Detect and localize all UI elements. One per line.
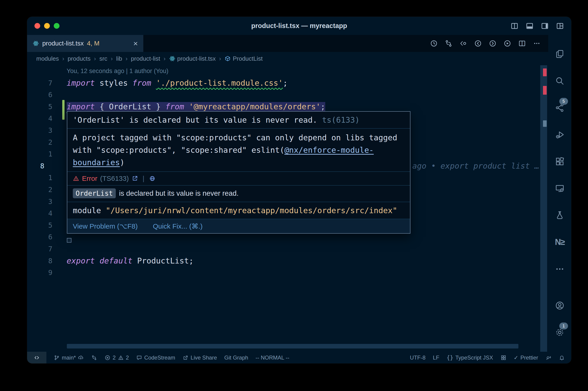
token-string: './product-list.module.css' xyxy=(156,78,283,88)
token-punctuation: ; xyxy=(283,78,288,88)
git-graph-item[interactable]: Git Graph xyxy=(224,355,248,361)
prettier-label: Prettier xyxy=(520,355,538,361)
external-link-icon[interactable] xyxy=(132,175,138,182)
breadcrumb-item-file[interactable]: product-list.tsx xyxy=(169,55,216,62)
sidebar-item-testing[interactable] xyxy=(548,202,571,229)
minimize-window-button[interactable] xyxy=(44,23,50,29)
run-file-icon[interactable] xyxy=(503,39,511,48)
gutter-line-number: 3 xyxy=(27,124,64,136)
live-share-item[interactable]: Live Share xyxy=(183,355,217,361)
hover-error-row: Error (TS6133) | xyxy=(67,171,410,185)
breadcrumb-item[interactable]: modules xyxy=(36,55,59,62)
tab-close-icon[interactable]: × xyxy=(133,39,138,47)
zoom-window-button[interactable] xyxy=(54,23,60,29)
git-compare-icon[interactable] xyxy=(444,39,453,48)
sidebar-item-settings[interactable]: 1 xyxy=(548,319,571,346)
layout-grid-icon[interactable] xyxy=(556,22,564,30)
notifications-item[interactable] xyxy=(559,355,565,361)
gutter-line-number: 6 xyxy=(27,231,64,243)
code-line[interactable] xyxy=(67,89,548,101)
layout-split-icon[interactable] xyxy=(510,22,519,30)
git-branch-icon xyxy=(54,355,60,361)
sidebar-item-extensions[interactable] xyxy=(548,148,571,175)
gutter-line-number: 4 xyxy=(27,207,64,219)
comment-bubble-icon xyxy=(136,355,142,361)
error-marker xyxy=(543,69,547,76)
error-code-label: (TS6133) xyxy=(100,175,129,182)
encoding-item[interactable]: UTF-8 xyxy=(410,355,426,361)
code-line[interactable]: import styles from './product-list.modul… xyxy=(67,77,548,89)
breadcrumb-file-label: product-list.tsx xyxy=(177,55,216,62)
git-compare-item[interactable] xyxy=(91,355,97,361)
code-line[interactable] xyxy=(67,267,548,279)
token-keyword: import xyxy=(67,78,95,88)
git-branch-item[interactable]: main* xyxy=(54,355,84,361)
close-window-button[interactable] xyxy=(34,23,40,29)
breadcrumb-item[interactable]: products xyxy=(68,55,91,62)
traffic-lights xyxy=(34,17,60,35)
breadcrumb-item-symbol[interactable]: ProductList xyxy=(224,55,262,62)
github-item[interactable] xyxy=(501,355,506,361)
sidebar-item-run-debug[interactable] xyxy=(548,121,571,148)
remote-indicator[interactable] xyxy=(27,352,46,363)
codelens-blame[interactable]: You, 12 seconds ago | 1 author (You) xyxy=(67,65,548,77)
sidebar-item-remote-explorer[interactable] xyxy=(548,175,571,202)
split-editor-icon[interactable] xyxy=(518,39,526,48)
code-line[interactable] xyxy=(67,243,548,255)
gutter-line-number: 5 xyxy=(27,101,64,113)
vertical-scrollbar[interactable] xyxy=(540,65,547,352)
cloud-upload-icon xyxy=(78,355,84,361)
hover-resize-handle[interactable] xyxy=(67,238,72,243)
language-item[interactable]: {} TypeScript JSX xyxy=(447,355,493,361)
token-keyword: from xyxy=(165,102,184,111)
problems-item[interactable]: 2 2 xyxy=(104,355,129,361)
horizontal-scrollbar[interactable] xyxy=(67,344,518,349)
feedback-item[interactable] xyxy=(546,355,551,361)
more-actions-icon[interactable] xyxy=(533,39,541,48)
history-icon[interactable] xyxy=(430,39,438,48)
eol-label: LF xyxy=(433,355,439,361)
eslint-message-end: ) xyxy=(120,158,124,167)
prev-change-icon[interactable] xyxy=(474,39,482,48)
globe-icon[interactable] xyxy=(149,175,156,182)
run-debug-icon xyxy=(555,130,565,140)
token-space xyxy=(184,102,189,111)
warning-triangle-icon xyxy=(73,175,79,182)
info-marker xyxy=(543,120,547,127)
gutter-line-number: 6 xyxy=(27,89,64,101)
gutter-line-number: 8 xyxy=(27,255,64,267)
breadcrumb-item[interactable]: product-list xyxy=(131,55,160,62)
layout-sidebar-right-icon[interactable] xyxy=(540,22,549,30)
quick-fix-link[interactable]: Quick Fix... (⌘.) xyxy=(153,222,203,230)
next-change-icon[interactable] xyxy=(489,39,497,48)
sidebar-item-nx-console[interactable]: N≥ xyxy=(548,229,571,255)
prettier-item[interactable]: ✓ Prettier xyxy=(514,355,538,361)
token-keyword: import xyxy=(67,102,95,111)
token-punctuation: ; xyxy=(320,102,325,111)
sidebar-item-explorer[interactable] xyxy=(548,40,571,67)
code-line[interactable]: import { OrderList } from '@myreactapp/m… xyxy=(67,101,548,113)
sidebar-item-account[interactable] xyxy=(548,292,571,319)
bell-icon xyxy=(559,355,565,361)
sidebar-item-source-control[interactable]: 5 xyxy=(548,94,571,121)
source-control-badge: 5 xyxy=(559,98,568,105)
breadcrumb-item[interactable]: src xyxy=(99,55,107,62)
gutter-line-number: 7 xyxy=(27,77,64,89)
remote-explorer-icon xyxy=(555,183,565,194)
vim-mode-item[interactable]: -- NORMAL -- xyxy=(256,355,289,361)
live-share-label: Live Share xyxy=(191,355,217,361)
sidebar-item-search[interactable] xyxy=(548,67,571,94)
layout-panel-icon[interactable] xyxy=(525,22,534,30)
chevron-right-icon: › xyxy=(219,55,221,62)
open-changes-icon[interactable] xyxy=(459,39,467,48)
sidebar-item-more-views[interactable] xyxy=(548,255,571,282)
breadcrumb-item[interactable]: lib xyxy=(116,55,122,62)
eol-item[interactable]: LF xyxy=(433,355,439,361)
view-problem-link[interactable]: View Problem (⌥F8) xyxy=(73,222,138,230)
breadcrumb: modules › products › src › lib › product… xyxy=(27,52,548,65)
token-keyword: default xyxy=(99,256,132,265)
react-icon xyxy=(169,55,175,62)
tab-product-list[interactable]: product-list.tsx 4, M × xyxy=(27,35,143,52)
codestream-item[interactable]: CodeStream xyxy=(136,355,175,361)
code-line[interactable]: export default ProductList; xyxy=(67,255,548,267)
